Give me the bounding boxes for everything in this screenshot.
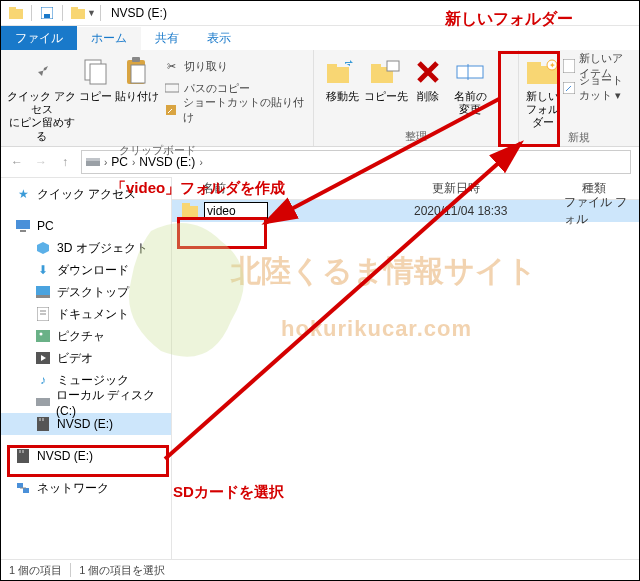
new-item-icon	[563, 58, 575, 74]
tab-home[interactable]: ホーム	[77, 26, 141, 50]
pin-icon	[26, 56, 58, 88]
path-icon	[164, 80, 180, 96]
tree-3d-objects[interactable]: 3D オブジェクト	[1, 237, 171, 259]
tree-documents[interactable]: ドキュメント	[1, 303, 171, 325]
svg-rect-11	[165, 84, 179, 92]
ribbon: クイック アクセス にピン留めする コピー 貼り付け ✂切り取り パスのコピー …	[1, 50, 639, 147]
status-selection: 1 個の項目を選択	[79, 563, 165, 578]
ribbon-tabs: ファイル ホーム 共有 表示	[1, 26, 639, 50]
svg-rect-45	[22, 450, 24, 453]
file-date: 2020/11/04 18:33	[414, 204, 564, 218]
picture-icon	[35, 328, 51, 344]
svg-rect-31	[36, 295, 50, 298]
svg-rect-44	[19, 450, 21, 453]
svg-rect-13	[327, 67, 349, 83]
music-icon: ♪	[35, 372, 51, 388]
tab-share[interactable]: 共有	[141, 26, 193, 50]
svg-rect-5	[71, 7, 78, 10]
svg-rect-21	[527, 62, 541, 68]
video-icon	[35, 350, 51, 366]
tree-downloads[interactable]: ⬇ダウンロード	[1, 259, 171, 281]
svg-rect-47	[23, 488, 29, 493]
folder-small-icon	[70, 5, 86, 21]
tree-videos[interactable]: ビデオ	[1, 347, 171, 369]
rename-input[interactable]	[204, 202, 268, 220]
file-type: ファイル フォル	[564, 194, 639, 228]
copy-to-button[interactable]: コピー先	[364, 52, 408, 103]
svg-rect-1	[9, 7, 16, 10]
svg-rect-4	[71, 9, 85, 19]
drive-icon	[35, 394, 50, 410]
column-date[interactable]: 更新日時	[432, 180, 582, 197]
save-icon[interactable]	[39, 5, 55, 21]
svg-rect-3	[44, 14, 50, 18]
svg-text:✦: ✦	[548, 61, 555, 70]
group-clipboard-label: クリップボード	[7, 143, 307, 160]
svg-rect-28	[16, 220, 30, 229]
window-title: NVSD (E:)	[111, 6, 167, 20]
svg-rect-50	[182, 203, 190, 207]
desktop-icon	[35, 284, 51, 300]
tree-local-c[interactable]: ローカル ディスク (C:)	[1, 391, 171, 413]
delete-button[interactable]: 削除	[408, 52, 448, 103]
scissors-icon: ✂	[164, 58, 180, 74]
group-organize-label: 整理	[320, 129, 512, 146]
svg-rect-14	[327, 64, 337, 69]
sd-icon	[35, 416, 51, 432]
tree-desktop[interactable]: デスクトップ	[1, 281, 171, 303]
move-to-icon	[326, 56, 358, 88]
rename-icon	[454, 56, 486, 88]
document-icon	[35, 306, 51, 322]
new-folder-button[interactable]: ✦ 新しい フォルダー	[525, 52, 561, 130]
paste-button[interactable]: 貼り付け	[114, 52, 159, 103]
tree-pictures[interactable]: ピクチャ	[1, 325, 171, 347]
svg-rect-7	[90, 64, 106, 84]
tab-file[interactable]: ファイル	[1, 26, 77, 50]
cube-icon	[35, 240, 51, 256]
download-icon: ⬇	[35, 262, 51, 278]
nav-tree: ★クイック アクセス PC 3D オブジェクト ⬇ダウンロード デスクトップ ド…	[1, 177, 172, 560]
network-icon	[15, 480, 31, 496]
svg-rect-49	[182, 206, 198, 217]
svg-rect-30	[36, 286, 50, 295]
chevron-down-icon[interactable]: ▼	[87, 8, 96, 18]
cut-button[interactable]: ✂切り取り	[164, 56, 307, 76]
svg-rect-35	[36, 330, 50, 342]
tree-quick-access[interactable]: ★クイック アクセス	[1, 183, 171, 205]
copy-button[interactable]: コピー	[77, 52, 115, 103]
move-to-button[interactable]: 移動先	[320, 52, 364, 103]
svg-rect-24	[563, 59, 575, 73]
copy-to-icon	[370, 56, 402, 88]
svg-rect-18	[457, 66, 483, 78]
paste-shortcut-button[interactable]: ショートカットの貼り付け	[164, 100, 307, 120]
folder-icon	[182, 203, 198, 219]
column-name[interactable]: 名前	[172, 180, 432, 197]
status-bar: 1 個の項目 1 個の項目を選択	[1, 559, 639, 580]
svg-rect-29	[20, 230, 26, 232]
folder-icon	[8, 5, 24, 21]
paste-icon	[121, 56, 153, 88]
pin-quick-access-button[interactable]: クイック アクセス にピン留めする	[7, 52, 77, 143]
svg-rect-17	[387, 61, 399, 71]
shortcut-small-icon	[563, 80, 575, 96]
tree-pc[interactable]: PC	[1, 215, 171, 237]
status-item-count: 1 個の項目	[9, 563, 62, 578]
file-row[interactable]: 2020/11/04 18:33 ファイル フォル	[172, 200, 639, 222]
svg-rect-10	[132, 57, 140, 62]
svg-point-36	[40, 333, 43, 336]
pc-icon	[15, 218, 31, 234]
new-shortcut-button[interactable]: ショートカット ▾	[563, 78, 633, 98]
shortcut-icon	[164, 102, 179, 118]
tree-network[interactable]: ネットワーク	[1, 477, 171, 499]
svg-rect-0	[9, 9, 23, 19]
tab-view[interactable]: 表示	[193, 26, 245, 50]
svg-rect-46	[17, 483, 23, 488]
delete-x-icon	[412, 56, 444, 88]
svg-rect-41	[39, 418, 41, 421]
new-folder-icon: ✦	[527, 56, 559, 88]
svg-rect-42	[42, 418, 44, 421]
svg-rect-9	[131, 65, 145, 83]
star-icon: ★	[15, 186, 31, 202]
rename-button[interactable]: 名前の 変更	[448, 52, 492, 116]
tree-nvsd-e-root[interactable]: NVSD (E:)	[1, 445, 171, 467]
